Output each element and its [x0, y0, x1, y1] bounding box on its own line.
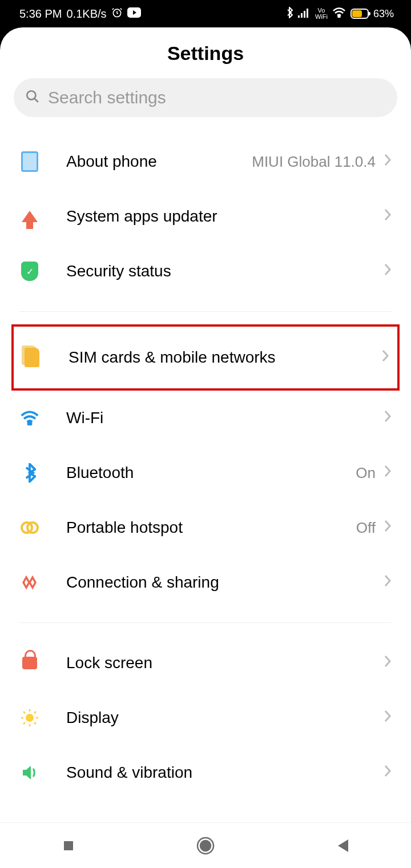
svg-line-19	[23, 722, 25, 724]
lock-icon	[22, 657, 37, 669]
chevron-right-icon	[384, 409, 392, 427]
back-button[interactable]	[297, 838, 388, 853]
arrow-up-icon	[22, 211, 38, 222]
bluetooth-status-icon	[285, 7, 293, 21]
divider	[19, 311, 392, 312]
alarm-icon	[111, 7, 123, 21]
item-label: Connection & sharing	[66, 573, 384, 592]
item-label: Sound & vibration	[66, 763, 384, 782]
settings-item-about-phone[interactable]: About phone MIUI Global 11.0.4	[0, 134, 411, 189]
item-label: System apps updater	[66, 207, 384, 226]
sun-icon	[19, 708, 40, 728]
home-button[interactable]	[160, 836, 251, 855]
status-time: 5:36 PM	[19, 7, 62, 21]
item-label: SIM cards & mobile networks	[68, 348, 381, 367]
item-value: On	[356, 464, 376, 482]
navigation-bar	[0, 822, 411, 868]
svg-rect-20	[64, 841, 73, 850]
item-value: MIUI Global 11.0.4	[252, 153, 376, 171]
settings-item-sound-vibration[interactable]: Sound & vibration	[0, 745, 411, 800]
svg-line-17	[34, 722, 36, 724]
item-value: Off	[356, 519, 376, 537]
item-label: Wi-Fi	[66, 409, 384, 427]
svg-rect-2	[298, 15, 300, 18]
chevron-right-icon	[384, 519, 392, 537]
svg-point-8	[28, 422, 31, 425]
settings-item-bluetooth[interactable]: Bluetooth On	[0, 445, 411, 500]
search-input[interactable]: Search settings	[14, 78, 397, 117]
svg-rect-4	[304, 11, 305, 18]
phone-icon	[21, 151, 38, 172]
item-label: Security status	[66, 262, 384, 280]
svg-rect-3	[301, 13, 303, 18]
settings-item-lock-screen[interactable]: Lock screen	[0, 636, 411, 690]
svg-point-22	[200, 841, 211, 851]
settings-item-connection-sharing[interactable]: Connection & sharing	[0, 555, 411, 610]
svg-point-6	[338, 15, 340, 17]
sim-card-icon	[25, 348, 39, 367]
item-label: About phone	[66, 152, 252, 171]
recents-button[interactable]	[23, 839, 114, 853]
vowifi-icon: VoWiFi	[315, 7, 328, 20]
item-label: Portable hotspot	[66, 519, 356, 537]
item-label: Bluetooth	[66, 464, 356, 482]
settings-item-sim-cards[interactable]: SIM cards & mobile networks	[11, 324, 400, 391]
chevron-right-icon	[384, 153, 392, 171]
battery-icon	[350, 9, 369, 19]
chevron-right-icon	[384, 654, 392, 672]
settings-item-portable-hotspot[interactable]: Portable hotspot Off	[0, 500, 411, 555]
speaker-icon	[19, 762, 40, 783]
search-placeholder: Search settings	[48, 88, 166, 107]
settings-list: About phone MIUI Global 11.0.4 System ap…	[0, 117, 411, 800]
svg-line-16	[23, 712, 25, 713]
settings-panel: Settings Search settings About phone MIU…	[0, 27, 411, 822]
chevron-right-icon	[384, 574, 392, 592]
settings-item-system-apps-updater[interactable]: System apps updater	[0, 189, 411, 244]
item-label: Lock screen	[66, 654, 384, 672]
wifi-status-icon	[332, 7, 346, 21]
battery-percent: 63%	[373, 8, 394, 20]
wifi-icon	[19, 408, 40, 428]
chevron-right-icon	[381, 349, 389, 367]
svg-point-11	[26, 714, 34, 722]
chevron-right-icon	[384, 709, 392, 727]
status-bar: 5:36 PM 0.1KB/s VoWiFi 63%	[0, 0, 411, 27]
search-icon	[25, 89, 40, 106]
page-title: Settings	[0, 27, 411, 78]
chevron-right-icon	[384, 764, 392, 782]
bluetooth-icon	[19, 463, 40, 483]
chevron-right-icon	[384, 464, 392, 482]
signal-icon	[298, 7, 311, 21]
svg-line-18	[34, 712, 36, 713]
shield-icon: ✓	[21, 262, 38, 281]
chevron-right-icon	[384, 208, 392, 226]
settings-item-display[interactable]: Display	[0, 690, 411, 745]
status-speed: 0.1KB/s	[66, 7, 106, 21]
svg-rect-5	[307, 9, 308, 18]
chevron-right-icon	[384, 263, 392, 280]
item-label: Display	[66, 709, 384, 727]
settings-item-wifi[interactable]: Wi-Fi	[0, 391, 411, 445]
settings-item-security-status[interactable]: ✓ Security status	[0, 244, 411, 299]
hotspot-icon	[19, 517, 40, 538]
youtube-icon	[127, 7, 141, 21]
connection-icon	[19, 572, 40, 593]
svg-point-7	[27, 91, 35, 99]
divider	[19, 622, 392, 623]
